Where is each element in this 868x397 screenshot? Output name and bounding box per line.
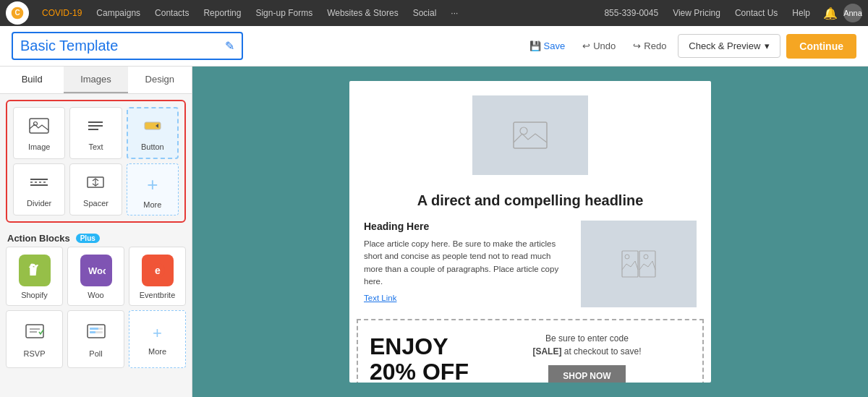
poll-label: Poll <box>89 349 102 358</box>
email-subheading: Heading Here <box>364 221 569 232</box>
svg-text:Woo: Woo <box>88 265 106 276</box>
action-eventbrite[interactable]: e Eventbrite <box>129 247 186 306</box>
action-more[interactable]: + More <box>129 310 186 368</box>
shopify-icon <box>19 255 51 286</box>
svg-rect-16 <box>26 325 43 338</box>
plus-badge: Plus <box>76 234 100 243</box>
email-two-col: Heading Here Place article copy here. Be… <box>349 221 711 319</box>
header-actions: 💾 Save ↩ Undo ↪ Redo Check & Preview ▾ C… <box>524 34 856 59</box>
canvas-area: A direct and compelling headline Heading… <box>192 67 868 397</box>
more-block-icon: + <box>147 174 158 196</box>
coupon-title: ENJOY 20% OFF <box>370 334 469 383</box>
coupon-desc: Be sure to enter code [SALE] at checkout… <box>483 332 691 358</box>
block-text-label: Text <box>88 142 103 151</box>
email-top-image <box>472 95 588 175</box>
redo-button[interactable]: ↪ Redo <box>627 36 672 56</box>
svg-rect-23 <box>90 331 95 333</box>
svg-text:e: e <box>155 265 161 276</box>
button-block-icon <box>142 118 163 138</box>
email-coupon: ENJOY 20% OFF Be sure to enter code [SAL… <box>357 319 704 383</box>
action-blocks-header: Action Blocks Plus <box>0 230 192 247</box>
image-block-icon <box>29 118 49 138</box>
svg-rect-21 <box>90 328 98 330</box>
email-headline: A direct and compelling headline <box>349 189 711 221</box>
nav-view-pricing[interactable]: View Pricing <box>665 0 728 26</box>
block-spacer[interactable]: Spacer <box>69 163 122 215</box>
svg-rect-26 <box>622 251 638 277</box>
action-grid: Shopify Woo Woo e <box>6 247 186 368</box>
nav-social[interactable]: Social <box>406 0 444 26</box>
block-grid: Image Text <box>13 107 179 215</box>
tab-images[interactable]: Images <box>64 67 127 93</box>
action-more-label: More <box>148 347 166 356</box>
action-rsvp[interactable]: RSVP <box>6 310 63 368</box>
block-divider-label: Divider <box>27 199 51 208</box>
nav-reporting[interactable]: Reporting <box>196 0 248 26</box>
email-img-col <box>581 221 697 307</box>
avatar[interactable]: Anna <box>843 4 862 22</box>
block-divider[interactable]: Divider <box>13 163 65 215</box>
svg-rect-24 <box>514 122 547 148</box>
email-side-image <box>581 221 697 307</box>
block-image[interactable]: Image <box>13 107 65 159</box>
action-blocks-title: Action Blocks <box>7 233 70 244</box>
notification-bell-icon[interactable]: 🔔 <box>817 7 843 20</box>
chevron-down-icon: ▾ <box>765 40 770 51</box>
email-text-link[interactable]: Text Link <box>364 294 569 302</box>
svg-point-25 <box>520 127 527 135</box>
action-shopify[interactable]: Shopify <box>6 247 63 306</box>
block-more-label: More <box>143 200 161 209</box>
nav-contact-us[interactable]: Contact Us <box>728 0 785 26</box>
edit-title-icon[interactable]: ✎ <box>225 39 234 53</box>
block-more[interactable]: + More <box>127 163 179 215</box>
svg-text:C: C <box>14 9 20 17</box>
email-text-col: Heading Here Place article copy here. Be… <box>364 221 569 307</box>
main-layout: Build Images Design Image <box>0 67 868 397</box>
check-preview-button[interactable]: Check & Preview ▾ <box>678 34 780 58</box>
undo-button[interactable]: ↩ Undo <box>576 36 621 56</box>
template-title: Basic Template <box>20 38 219 54</box>
tab-design[interactable]: Design <box>128 67 192 93</box>
nav-campaigns[interactable]: Campaigns <box>89 0 148 26</box>
nav-contacts[interactable]: Contacts <box>148 0 196 26</box>
eventbrite-icon: e <box>142 255 174 286</box>
coupon-left: ENJOY 20% OFF <box>370 334 469 383</box>
block-image-label: Image <box>28 142 51 151</box>
eventbrite-label: Eventbrite <box>140 291 176 299</box>
email-body-text: Place article copy here. Be sure to make… <box>364 238 569 288</box>
spacer-block-icon <box>85 174 106 195</box>
nav-websites-stores[interactable]: Websites & Stores <box>320 0 405 26</box>
nav-help[interactable]: Help <box>785 0 817 26</box>
tab-build[interactable]: Build <box>0 67 64 93</box>
rsvp-label: RSVP <box>24 349 46 358</box>
svg-point-29 <box>644 255 648 259</box>
block-grid-wrap: Image Text <box>6 100 186 223</box>
action-poll[interactable]: Poll <box>67 310 124 368</box>
nav-signup-forms[interactable]: Sign-up Forms <box>248 0 320 26</box>
template-title-wrap: Basic Template ✎ <box>12 32 243 60</box>
sidebar: Build Images Design Image <box>0 67 192 397</box>
email-preview: A direct and compelling headline Heading… <box>349 81 711 383</box>
sidebar-tabs: Build Images Design <box>0 67 192 94</box>
poll-icon <box>86 322 106 345</box>
block-button-label: Button <box>141 142 164 151</box>
continue-button[interactable]: Continue <box>786 34 856 59</box>
coupon-right: Be sure to enter code [SALE] at checkout… <box>483 332 691 383</box>
text-block-icon <box>85 118 106 138</box>
nav-phone: 855-339-0045 <box>597 0 665 26</box>
nav-covid[interactable]: COVID-19 <box>35 0 89 26</box>
rsvp-icon <box>25 322 45 345</box>
nav-more[interactable]: ··· <box>443 0 465 26</box>
svg-point-28 <box>625 255 629 259</box>
save-button[interactable]: 💾 Save <box>524 36 571 56</box>
shopify-label: Shopify <box>21 291 48 299</box>
logo: C <box>6 1 29 25</box>
action-woo[interactable]: Woo Woo <box>67 247 124 306</box>
header-bar: Basic Template ✎ 💾 Save ↩ Undo ↪ Redo Ch… <box>0 26 868 67</box>
woo-icon: Woo <box>80 255 112 286</box>
divider-block-icon <box>29 174 49 195</box>
block-text[interactable]: Text <box>69 107 122 159</box>
shop-now-button[interactable]: SHOP NOW <box>548 365 625 383</box>
action-more-icon: + <box>153 324 162 343</box>
block-button[interactable]: Button <box>127 107 179 159</box>
